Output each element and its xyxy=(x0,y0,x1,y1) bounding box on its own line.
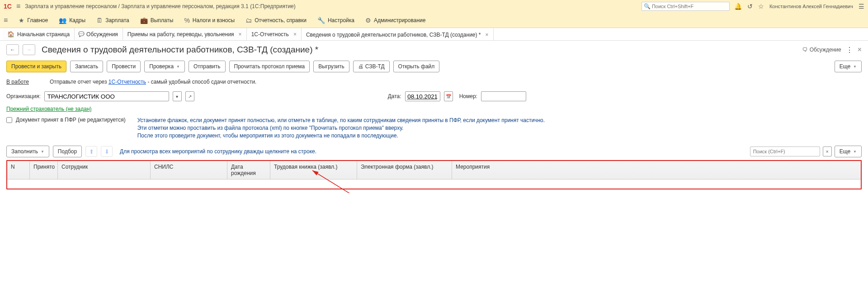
subtab-szvtd[interactable]: Сведения о трудовой деятельности работни… xyxy=(302,28,494,40)
send-button[interactable]: Отправить xyxy=(189,61,226,72)
post-close-button[interactable]: Провести и закрыть xyxy=(6,61,66,72)
btn-label: Проверка xyxy=(149,63,174,70)
home-icon: 🏠 xyxy=(7,31,14,38)
close-icon[interactable]: × xyxy=(293,31,297,38)
prev-insurer-link[interactable]: Прежний страхователь (не задан) xyxy=(6,106,92,112)
col-n[interactable]: N xyxy=(7,161,30,179)
more-button[interactable]: Еще▼ xyxy=(835,61,862,72)
insurer-row: Прежний страхователь (не задан) xyxy=(6,106,862,112)
date-input[interactable] xyxy=(405,91,440,101)
page-header-right: 🗨Обсуждение ⋮ × xyxy=(802,46,862,54)
menu-settings[interactable]: 🔧Настройка xyxy=(317,17,354,24)
global-search[interactable]: 🔍 xyxy=(642,2,730,11)
close-icon[interactable]: × xyxy=(239,31,242,38)
subtab-1c-reporting[interactable]: 1С-Отчетность× xyxy=(247,28,302,40)
date-picker-button[interactable]: 📅 xyxy=(444,91,453,101)
btn-label: Еще xyxy=(840,148,850,155)
grid-body[interactable] xyxy=(7,180,861,189)
pfr-checkbox[interactable] xyxy=(6,117,12,123)
user-name[interactable]: Константинов Алексей Геннадиевич xyxy=(769,4,853,9)
pfr-label: Документ принят в ПФР (не редактируется) xyxy=(16,117,126,123)
discussion-link[interactable]: 🗨Обсуждение xyxy=(802,47,841,53)
sections-menu-icon[interactable]: ≡ xyxy=(4,16,8,24)
menu-main[interactable]: ★Главное xyxy=(19,17,48,24)
close-page-icon[interactable]: × xyxy=(858,46,862,54)
menu-label: Кадры xyxy=(69,17,85,24)
col-events[interactable]: Мероприятия xyxy=(452,161,861,179)
post-button[interactable]: Провести xyxy=(107,61,141,72)
subtab-home[interactable]: 🏠Начальная страница xyxy=(3,28,75,40)
table-search-input[interactable] xyxy=(750,146,820,156)
org-input[interactable] xyxy=(44,91,169,101)
titlebar: 1C ≡ Зарплата и управление персоналом / … xyxy=(0,0,868,13)
arrow-down-icon: ⬇ xyxy=(104,148,109,155)
bell-icon[interactable]: 🔔 xyxy=(734,3,742,10)
subtab-label: Начальная страница xyxy=(17,31,70,38)
table-toolbar: Заполнить▼ Подбор ⬆ ⬇ Для просмотра всех… xyxy=(6,146,862,157)
col-birth[interactable]: Дата рождения xyxy=(227,161,270,179)
number-label: Номер: xyxy=(459,93,477,99)
chevron-down-icon: ▼ xyxy=(853,65,857,69)
people-icon: 👥 xyxy=(59,17,66,24)
col-accepted[interactable]: Принято xyxy=(30,161,58,179)
top-right-controls: 🔔 ↺ ☆ Константинов Алексей Геннадиевич ☰ xyxy=(734,3,864,10)
clear-search-button[interactable]: × xyxy=(823,146,832,156)
page-header: ← → Сведения о трудовой деятельности раб… xyxy=(6,44,862,55)
subtab-discussions[interactable]: Обсуждения xyxy=(75,28,123,40)
employees-grid[interactable]: N Принято Сотрудник СНИЛС Дата рождения … xyxy=(6,160,862,189)
chevron-down-icon: ▼ xyxy=(41,150,44,154)
gear-icon: ⚙ xyxy=(365,17,371,24)
save-button[interactable]: Записать xyxy=(70,61,103,72)
table-hint: Для просмотра всех мероприятий по сотруд… xyxy=(120,148,316,155)
table-more-button[interactable]: Еще▼ xyxy=(835,146,862,157)
btn-label: Заполнить xyxy=(11,148,38,155)
star-filled-icon: ★ xyxy=(19,17,24,24)
hamburger-icon[interactable]: ≡ xyxy=(16,2,20,10)
menu-reports[interactable]: 🗂Отчетность, справки xyxy=(245,17,307,24)
panel-toggle-icon[interactable]: ☰ xyxy=(859,3,864,10)
subtab-hires[interactable]: Приемы на работу, переводы, увольнения× xyxy=(123,28,247,40)
szvtd-button[interactable]: 🖨СЗВ-ТД xyxy=(353,61,390,72)
nav-back-button[interactable]: ← xyxy=(6,44,19,55)
global-search-input[interactable] xyxy=(642,2,730,11)
hint-line: После этого проведите документ, чтобы ме… xyxy=(137,132,545,140)
select-button[interactable]: Подбор xyxy=(53,146,82,157)
subtab-label: Сведения о трудовой деятельности работни… xyxy=(306,32,481,38)
read-protocol-button[interactable]: Прочитать протокол приема xyxy=(229,61,310,72)
hint-before: Отправьте отчет через xyxy=(50,79,108,85)
col-employee[interactable]: Сотрудник xyxy=(58,161,151,179)
col-workbook[interactable]: Трудовая книжка (заявл.) xyxy=(270,161,357,179)
status-link[interactable]: 1С-Отчетность xyxy=(108,79,146,85)
kebab-icon[interactable]: ⋮ xyxy=(846,46,853,54)
wrench-icon: 🔧 xyxy=(317,17,325,24)
print-icon: 🖨 xyxy=(358,63,363,70)
calendar-icon: 🗓 xyxy=(96,17,103,24)
menu-salary[interactable]: 🗓Зарплата xyxy=(96,17,129,24)
org-open-button[interactable]: ↗ xyxy=(185,91,194,101)
close-icon[interactable]: × xyxy=(486,32,489,38)
col-eform[interactable]: Электронная форма (заявл.) xyxy=(357,161,452,179)
menu-admin[interactable]: ⚙Администрирование xyxy=(365,17,425,24)
subtabs-bar: 🏠Начальная страница Обсуждения Приемы на… xyxy=(0,28,868,41)
status-label[interactable]: В работе xyxy=(6,79,29,85)
check-button[interactable]: Проверка▼ xyxy=(144,61,185,72)
history-icon[interactable]: ↺ xyxy=(747,3,753,10)
org-label: Организация: xyxy=(6,93,41,99)
menu-staff[interactable]: 👥Кадры xyxy=(59,17,85,24)
menu-label: Зарплата xyxy=(105,17,129,24)
page-title: Сведения о трудовой деятельности работни… xyxy=(42,45,318,55)
menu-label: Отчетность, справки xyxy=(255,17,307,24)
page-content: ← → Сведения о трудовой деятельности раб… xyxy=(0,41,868,193)
table-toolbar-right: × Еще▼ xyxy=(750,146,862,157)
open-file-button[interactable]: Открыть файл xyxy=(393,61,440,72)
number-input[interactable] xyxy=(481,91,526,101)
col-snils[interactable]: СНИЛС xyxy=(151,161,227,179)
menu-payments[interactable]: 💼Выплаты xyxy=(140,17,174,24)
export-button[interactable]: Выгрузить xyxy=(313,61,349,72)
fill-button[interactable]: Заполнить▼ xyxy=(6,146,49,157)
star-icon[interactable]: ☆ xyxy=(758,3,764,10)
subtab-label: Приемы на работу, переводы, увольнения xyxy=(127,31,234,38)
subtab-label: Обсуждения xyxy=(86,31,118,38)
menu-taxes[interactable]: %Налоги и взносы xyxy=(184,17,235,24)
org-dropdown-button[interactable]: ▾ xyxy=(173,91,182,101)
